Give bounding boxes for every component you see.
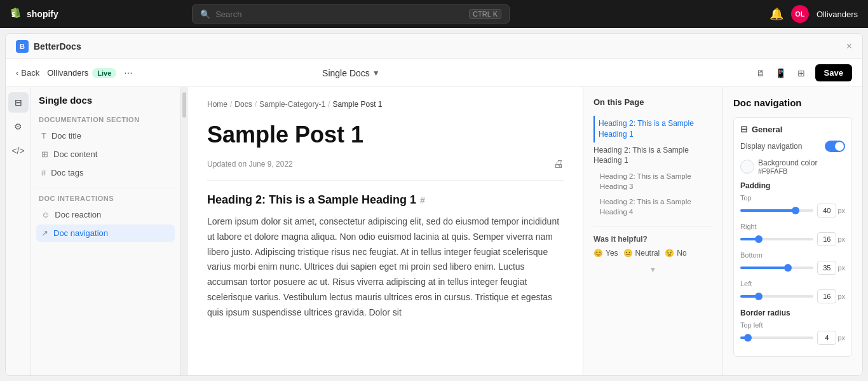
padding-left-thumb[interactable]: [755, 293, 763, 300]
sidebar-icon-settings[interactable]: ⚙: [8, 116, 29, 137]
panel-section-general: ⊟ General Display navigation Background …: [733, 117, 852, 357]
print-icon[interactable]: 🖨: [553, 158, 564, 170]
mobile-view-icon[interactable]: ⊞: [792, 64, 810, 82]
display-nav-toggle[interactable]: [825, 141, 845, 152]
padding-bottom-track: [740, 267, 813, 269]
padding-bottom-label: Bottom: [740, 251, 845, 259]
padding-left-value[interactable]: 16: [817, 289, 836, 303]
sidebar-icon-layout[interactable]: ⊟: [8, 92, 29, 113]
search-bar[interactable]: 🔍 CTRL K: [192, 4, 510, 24]
doc-navigation-icon: ↗: [41, 228, 48, 238]
helpful-neutral-button[interactable]: 😐 Neutral: [623, 249, 660, 258]
padding-right-track: [740, 238, 813, 240]
border-radius-top-left-value[interactable]: 4: [817, 331, 836, 345]
border-radius-top-left-thumb[interactable]: [744, 334, 752, 342]
padding-left-row: Left 16 px: [740, 280, 845, 303]
back-button[interactable]: ‹ Back: [16, 68, 39, 78]
content-area: Home / Docs / Sample-Category-1 / Sample…: [180, 87, 722, 375]
breadcrumb-docs[interactable]: Docs: [234, 100, 252, 109]
more-button[interactable]: ···: [124, 67, 132, 79]
center-nav-label[interactable]: Single Docs: [322, 68, 370, 78]
left-scroll-area: [180, 87, 188, 375]
sidebar-item-doc-content-label: Doc content: [53, 149, 97, 159]
helpful-no-button[interactable]: 😟 No: [665, 249, 686, 258]
helpful-neutral-label: Neutral: [635, 249, 660, 258]
toc-item-3[interactable]: Heading 2: This is a Sample Heading 3: [593, 169, 712, 194]
close-icon[interactable]: ×: [846, 41, 852, 52]
helpful-section: Was it helpful? 😊 Yes 😐 Neutral 😟 No: [593, 235, 712, 258]
padding-top-thumb[interactable]: [792, 207, 799, 214]
border-radius-top-left-track: [740, 336, 813, 339]
toc-scroll-down[interactable]: ▼: [593, 265, 712, 274]
breadcrumb-sep-3: /: [328, 100, 330, 109]
bg-color-hex: #F9FAFB: [758, 167, 817, 175]
padding-right-value[interactable]: 16: [817, 232, 836, 246]
left-scroll-thumb[interactable]: [182, 92, 186, 118]
avatar: OL: [791, 5, 809, 23]
padding-top-slider-row: 40 px: [740, 204, 845, 218]
helpful-yes-button[interactable]: 😊 Yes: [593, 249, 618, 258]
heading-anchor-icon[interactable]: #: [420, 195, 425, 205]
toc-item-1[interactable]: Heading 2: This is a Sample Heading 1: [593, 116, 712, 142]
center-nav-chevron-icon[interactable]: ▼: [372, 69, 380, 78]
breadcrumb: Home / Docs / Sample-Category-1 / Sample…: [207, 100, 564, 109]
search-input[interactable]: [215, 10, 464, 19]
padding-top-value[interactable]: 40: [817, 204, 836, 218]
desktop-view-icon[interactable]: 🖥: [752, 64, 770, 82]
padding-right-slider-row: 16 px: [740, 232, 845, 246]
doc-body: Lorem ipsum dolor sit amet, consectetur …: [207, 214, 564, 321]
sidebar-item-doc-title[interactable]: T Doc title: [36, 127, 175, 144]
padding-top-track: [740, 209, 813, 212]
sidebar-icon-code[interactable]: </>: [8, 141, 29, 161]
shopify-logo-text: shopify: [27, 9, 58, 19]
padding-right-row: Right 16 px: [740, 223, 845, 246]
helpful-no-label: No: [677, 249, 686, 258]
doc-heading2-text: Heading 2: This is a Sample Heading 1: [207, 193, 416, 207]
doc-meta: Updated on June 9, 2022 🖨: [207, 158, 564, 181]
border-radius-label: Border radius: [740, 308, 845, 317]
search-shortcut: CTRL K: [469, 9, 501, 19]
app-window: B BetterDocs × ‹ Back Ollivanders Live ·…: [5, 33, 863, 376]
breadcrumb-sep-1: /: [230, 100, 232, 109]
bg-color-label: Background color: [758, 158, 817, 167]
padding-left-slider-row: 16 px: [740, 289, 845, 303]
doc-body-text: Lorem ipsum dolor sit amet, consectetur …: [207, 214, 564, 321]
display-nav-control: Display navigation: [740, 141, 845, 152]
border-radius-top-left-value-box: 4 px: [817, 331, 845, 345]
bg-color-picker: Background color #F9FAFB: [740, 158, 845, 175]
padding-bottom-value-box: 35 px: [817, 261, 845, 275]
padding-bottom-value[interactable]: 35: [817, 261, 836, 275]
breadcrumb-category[interactable]: Sample-Category-1: [259, 100, 325, 109]
border-radius-top-left-slider-row: 4 px: [740, 331, 845, 345]
doc-content-icon: ⊞: [41, 149, 48, 159]
panel-title: Doc navigation: [733, 97, 852, 108]
toc-item-2[interactable]: Heading 2: This is a Sample Heading 1: [593, 142, 712, 169]
app-icon: B: [16, 40, 29, 53]
padding-bottom-thumb[interactable]: [784, 264, 792, 272]
save-button[interactable]: Save: [815, 64, 852, 81]
doc-heading2: Heading 2: This is a Sample Heading 1 #: [207, 193, 564, 207]
left-icon-bar: ⊟ ⚙ </>: [6, 87, 31, 375]
notification-icon[interactable]: 🔔: [770, 7, 783, 21]
padding-right-thumb[interactable]: [755, 235, 763, 243]
sidebar-item-doc-navigation[interactable]: ↗ Doc navigation: [36, 225, 175, 242]
padding-left-unit: px: [837, 293, 845, 300]
sidebar-item-doc-tags[interactable]: # Doc tags: [36, 164, 175, 181]
shopify-logo[interactable]: shopify: [10, 8, 58, 20]
general-icon: ⊟: [740, 124, 748, 134]
main-layout: ⊟ ⚙ </> Single docs Documentation sectio…: [6, 87, 862, 375]
toc-item-4[interactable]: Heading 2: This is a Sample Heading 4: [593, 194, 712, 219]
doc-reaction-icon: ☺: [41, 210, 50, 219]
border-radius-top-left-row: Top left 4 px: [740, 321, 845, 345]
tablet-view-icon[interactable]: 📱: [772, 64, 790, 82]
bg-color-swatch[interactable]: [740, 160, 754, 174]
padding-right-unit: px: [837, 235, 845, 243]
breadcrumb-home[interactable]: Home: [207, 100, 227, 109]
sidebar-item-doc-content[interactable]: ⊞ Doc content: [36, 146, 175, 163]
store-badge: Ollivanders Live: [47, 68, 116, 78]
padding-bottom-fill: [740, 267, 788, 269]
padding-top-label: Top: [740, 194, 845, 202]
sidebar-item-doc-reaction[interactable]: ☺ Doc reaction: [36, 206, 175, 223]
padding-top-unit: px: [837, 207, 845, 214]
doc-preview[interactable]: Home / Docs / Sample-Category-1 / Sample…: [188, 87, 583, 375]
